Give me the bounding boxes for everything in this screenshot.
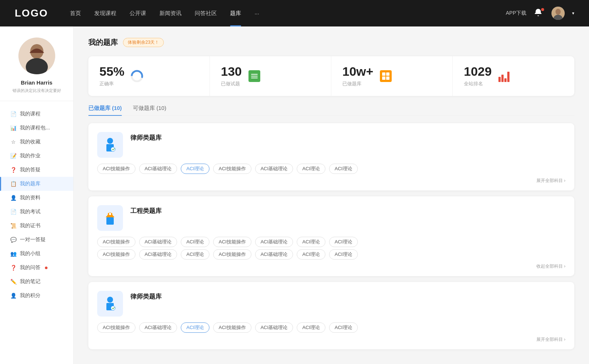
- qbank-title: 工程类题库: [130, 205, 162, 215]
- tag[interactable]: ACI基础理论: [139, 237, 177, 247]
- tag[interactable]: ACI基础理论: [139, 249, 177, 260]
- tag[interactable]: ACI理论: [181, 322, 209, 333]
- stat-value: 10w+: [342, 65, 373, 78]
- user-dropdown-arrow[interactable]: ▾: [572, 11, 574, 16]
- sidebar-item[interactable]: 📄我的考试: [0, 205, 73, 219]
- stat-label: 已做试题: [221, 81, 242, 87]
- stat-text: 1029 全站排名: [464, 65, 492, 87]
- sidebar-item[interactable]: 👥我的小组: [0, 247, 73, 261]
- qbank-card: 律师类题库 ACI技能操作ACI基础理论ACI理论ACI技能操作ACI基础理论A…: [88, 282, 574, 349]
- tab-item[interactable]: 可做题库 (10): [133, 105, 166, 115]
- tag[interactable]: ACI基础理论: [255, 249, 293, 260]
- tag[interactable]: ACI理论: [297, 322, 325, 333]
- logo: LOGO: [15, 7, 48, 19]
- notification-dot: [541, 8, 544, 11]
- topnav: LOGO 首页发现课程公开课新闻资讯问答社区题库··· APP下载 ▾: [0, 0, 589, 26]
- topnav-menu-item[interactable]: 题库: [230, 8, 241, 18]
- sidebar-item-icon: ❓: [10, 167, 16, 173]
- tag[interactable]: ACI基础理论: [139, 164, 177, 174]
- lawyer-icon: [101, 136, 119, 154]
- qbank-header: 律师类题库: [97, 132, 565, 158]
- qbank-info: 律师类题库: [130, 291, 162, 301]
- sidebar-item[interactable]: 📝我的作业: [0, 149, 73, 163]
- sidebar-item[interactable]: ❓我的答疑: [0, 163, 73, 177]
- sidebar-item-label: 我的答疑: [20, 167, 40, 173]
- tag[interactable]: ACI技能操作: [213, 164, 251, 174]
- stat-label: 正确率: [99, 81, 124, 87]
- app-download-link[interactable]: APP下载: [506, 10, 526, 17]
- tag[interactable]: ACI技能操作: [213, 237, 251, 247]
- stat-card: 1029 全站排名: [453, 56, 574, 96]
- topnav-menu-item[interactable]: 新闻资讯: [159, 8, 181, 18]
- profile-motto: 错误的决定比没有决定要好: [13, 88, 61, 93]
- sidebar-item[interactable]: ✏️我的笔记: [0, 275, 73, 289]
- topnav-menu-item[interactable]: 发现课程: [94, 8, 116, 18]
- tab-item[interactable]: 已做题库 (10): [88, 105, 122, 115]
- tag[interactable]: ACI技能操作: [97, 237, 135, 247]
- tag[interactable]: ACI理论: [297, 237, 325, 247]
- sidebar-item[interactable]: 👤我的积分: [0, 289, 73, 303]
- sidebar-item[interactable]: ❓我的问答: [0, 261, 73, 275]
- tag[interactable]: ACI基础理论: [255, 237, 293, 247]
- qbanks-container: 律师类题库 ACI技能操作ACI基础理论ACI理论ACI技能操作ACI基础理论A…: [88, 123, 574, 349]
- tabs-row: 已做题库 (10)可做题库 (10): [88, 105, 574, 116]
- sidebar-item[interactable]: 📜我的证书: [0, 219, 73, 233]
- grid-icon: [380, 70, 392, 82]
- qbank-title: 律师类题库: [130, 291, 162, 301]
- tag[interactable]: ACI技能操作: [97, 322, 135, 333]
- svg-point-13: [109, 213, 111, 215]
- donut-chart-icon: [130, 69, 144, 83]
- tag[interactable]: ACI技能操作: [97, 164, 135, 174]
- main-content: 我的题库 体验剩余23天！ 55% 正确率 130 已做试题 10w+ 已做题库: [74, 26, 589, 364]
- sidebar-item[interactable]: 📋我的题库: [0, 177, 73, 191]
- stat-text: 130 已做试题: [221, 65, 242, 87]
- sidebar-item-label: 我的作业: [20, 153, 40, 159]
- notification-bell[interactable]: [534, 8, 544, 18]
- topnav-menu-item[interactable]: 问答社区: [195, 8, 217, 18]
- qbank-title: 律师类题库: [130, 132, 162, 142]
- stat-card: 130 已做试题: [210, 56, 331, 96]
- qbank-info: 工程类题库: [130, 205, 162, 215]
- qbank-info: 律师类题库: [130, 132, 162, 142]
- tag[interactable]: ACI技能操作: [213, 249, 251, 260]
- user-avatar[interactable]: [551, 7, 565, 20]
- sidebar-item-label: 我的资料: [20, 195, 40, 201]
- svg-point-16: [111, 306, 115, 310]
- expand-link[interactable]: 收起全部科目 ›: [97, 262, 565, 270]
- profile-avatar: [18, 38, 55, 74]
- tag[interactable]: ACI理论: [329, 249, 358, 260]
- tags-row: ACI技能操作ACI基础理论ACI理论ACI技能操作ACI基础理论ACI理论AC…: [97, 164, 565, 174]
- tag[interactable]: ACI理论: [329, 237, 358, 247]
- tag[interactable]: ACI基础理论: [255, 322, 293, 333]
- sidebar-item-label: 我的课程包...: [20, 125, 50, 131]
- expand-link[interactable]: 展开全部科目 ›: [97, 176, 565, 185]
- sidebar-menu: 📄我的课程📊我的课程包...☆我的收藏📝我的作业❓我的答疑📋我的题库👤我的资料📄…: [0, 105, 73, 305]
- topnav-menu-item[interactable]: ···: [254, 9, 259, 18]
- sidebar-item[interactable]: 👤我的资料: [0, 191, 73, 205]
- tag[interactable]: ACI理论: [329, 322, 358, 333]
- stats-row: 55% 正确率 130 已做试题 10w+ 已做题库 1029: [88, 56, 574, 96]
- sidebar-item[interactable]: 📊我的课程包...: [0, 121, 73, 135]
- tag[interactable]: ACI理论: [181, 249, 209, 260]
- sidebar-item[interactable]: 💬一对一答疑: [0, 233, 73, 247]
- qbank-icon-wrap: [97, 132, 123, 158]
- qbank-icon-wrap: [97, 205, 123, 231]
- stat-label: 全站排名: [464, 81, 492, 87]
- tag[interactable]: ACI技能操作: [213, 322, 251, 333]
- sidebar-item[interactable]: 📄我的课程: [0, 107, 73, 121]
- tag[interactable]: ACI基础理论: [139, 322, 177, 333]
- tag[interactable]: ACI理论: [329, 164, 358, 174]
- expand-link[interactable]: 展开全部科目 ›: [97, 335, 565, 343]
- sidebar-item-label: 我的证书: [20, 222, 40, 229]
- tag[interactable]: ACI理论: [181, 164, 209, 174]
- tag[interactable]: ACI理论: [297, 249, 325, 260]
- tag[interactable]: ACI技能操作: [97, 249, 135, 260]
- tag[interactable]: ACI理论: [181, 237, 209, 247]
- tag[interactable]: ACI基础理论: [255, 164, 293, 174]
- tag[interactable]: ACI理论: [297, 164, 325, 174]
- qbank-card: 工程类题库 ACI技能操作ACI基础理论ACI理论ACI技能操作ACI基础理论A…: [88, 196, 574, 276]
- svg-point-14: [107, 297, 113, 303]
- sidebar-item[interactable]: ☆我的收藏: [0, 135, 73, 149]
- topnav-menu-item[interactable]: 公开课: [130, 8, 146, 18]
- topnav-menu-item[interactable]: 首页: [70, 8, 81, 18]
